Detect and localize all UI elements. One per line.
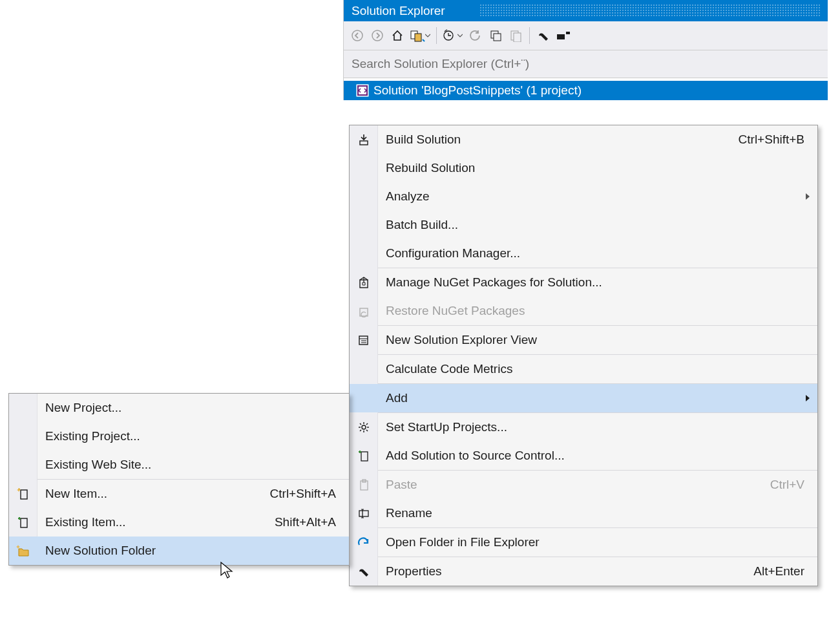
open-folder-icon — [350, 528, 378, 557]
svg-point-0 — [352, 30, 362, 41]
svg-rect-3 — [415, 34, 421, 41]
solution-tree: Solution 'BlogPostSnippets' (1 project) — [344, 78, 828, 100]
menu-item-label: Existing Item... — [45, 515, 275, 529]
solution-label: Solution 'BlogPostSnippets' (1 project) — [373, 83, 582, 98]
menu-item-configuration-manager[interactable]: Configuration Manager... — [350, 239, 817, 268]
menu-item-label: Rename — [386, 506, 804, 520]
sync-views-icon[interactable] — [408, 26, 432, 45]
menu-item-existing-project[interactable]: Existing Project... — [9, 422, 349, 451]
menu-item-rebuild-solution[interactable]: Rebuild Solution — [350, 154, 817, 182]
add-submenu: New Project...Existing Project...Existin… — [8, 393, 350, 566]
menu-item-shortcut: Ctrl+Shift+B — [739, 133, 804, 147]
svg-rect-13 — [360, 141, 368, 145]
menu-item-label: Build Solution — [386, 133, 739, 147]
toolbar-separator — [529, 27, 530, 44]
svg-line-26 — [366, 430, 368, 431]
menu-item-add-solution-to-source-control[interactable]: Add Solution to Source Control... — [350, 441, 817, 470]
new-folder-icon — [9, 537, 37, 565]
nuget-restore-icon — [350, 297, 378, 325]
menu-item-new-item[interactable]: New Item...Ctrl+Shift+A — [9, 480, 349, 508]
menu-item-shortcut: Shift+Alt+A — [275, 515, 336, 529]
menu-item-new-project[interactable]: New Project... — [9, 394, 349, 422]
menu-item-label: Configuration Manager... — [386, 246, 804, 260]
menu-item-open-folder-in-file-explorer[interactable]: Open Folder in File Explorer — [350, 528, 817, 557]
menu-item-shortcut: Alt+Enter — [753, 564, 804, 579]
menu-item-existing-item[interactable]: Existing Item...Shift+Alt+A — [9, 508, 349, 537]
wrench-icon — [350, 557, 378, 586]
chevron-right-icon — [806, 395, 810, 401]
rename-icon — [350, 499, 378, 527]
menu-item-label: Set StartUp Projects... — [386, 420, 804, 434]
menu-item-existing-web-site[interactable]: Existing Web Site... — [9, 451, 349, 479]
svg-rect-36 — [21, 490, 27, 499]
chevron-right-icon — [806, 193, 810, 200]
menu-item-label: Calculate Code Metrics — [386, 362, 804, 376]
menu-item-label: Paste — [386, 478, 770, 492]
menu-item-label: Rebuild Solution — [386, 161, 804, 175]
menu-item-label: Properties — [386, 564, 753, 579]
menu-item-manage-nuget-packages-for-solution[interactable]: Manage NuGet Packages for Solution... — [350, 268, 817, 297]
context-menu: Build SolutionCtrl+Shift+BRebuild Soluti… — [349, 125, 818, 586]
build-icon — [350, 125, 378, 154]
menu-item-label: Add — [386, 391, 804, 405]
svg-line-28 — [366, 423, 368, 425]
svg-rect-29 — [361, 452, 368, 461]
new-item-icon — [9, 480, 37, 508]
menu-item-label: Open Folder in File Explorer — [386, 535, 804, 549]
menu-item-properties[interactable]: PropertiesAlt+Enter — [350, 557, 817, 586]
cursor-icon — [220, 561, 234, 579]
menu-item-build-solution[interactable]: Build SolutionCtrl+Shift+B — [350, 125, 817, 154]
panel-grip — [479, 4, 821, 17]
gear-icon — [350, 413, 378, 441]
toolbar — [344, 21, 828, 50]
forward-icon[interactable] — [368, 26, 387, 45]
menu-item-add[interactable]: Add — [350, 384, 817, 412]
preview-icon[interactable] — [554, 26, 573, 45]
menu-item-label: Add Solution to Source Control... — [386, 449, 804, 463]
menu-item-new-solution-explorer-view[interactable]: New Solution Explorer View — [350, 326, 817, 354]
solution-icon — [355, 83, 370, 98]
menu-item-paste: PasteCtrl+V — [350, 471, 817, 499]
toolbar-separator — [436, 27, 437, 44]
menu-item-label: New Solution Folder — [45, 544, 336, 558]
add-source-control-icon — [350, 441, 378, 470]
menu-item-rename[interactable]: Rename — [350, 499, 817, 527]
paste-icon — [350, 471, 378, 499]
menu-item-calculate-code-metrics[interactable]: Calculate Code Metrics — [350, 355, 817, 383]
nuget-icon — [350, 268, 378, 297]
svg-rect-10 — [566, 32, 570, 34]
refresh-icon[interactable] — [466, 26, 485, 45]
menu-item-label: New Item... — [45, 487, 270, 501]
menu-item-restore-nuget-packages: Restore NuGet Packages — [350, 297, 817, 325]
menu-item-label: Manage NuGet Packages for Solution... — [386, 275, 804, 290]
show-all-files-icon[interactable] — [506, 26, 525, 45]
menu-item-shortcut: Ctrl+Shift+A — [270, 487, 336, 501]
existing-item-icon — [9, 508, 37, 537]
menu-item-label: Analyze — [386, 189, 804, 204]
menu-item-batch-build[interactable]: Batch Build... — [350, 211, 817, 239]
properties-icon[interactable] — [534, 26, 553, 45]
new-view-icon — [350, 326, 378, 354]
solution-explorer-panel: Solution Explorer — [343, 0, 828, 100]
search-placeholder: Search Solution Explorer (Ctrl+¨) — [352, 57, 529, 71]
search-box[interactable]: Search Solution Explorer (Ctrl+¨) — [344, 50, 828, 78]
pending-changes-icon[interactable] — [441, 26, 465, 45]
menu-item-label: Restore NuGet Packages — [386, 304, 804, 318]
panel-title: Solution Explorer — [352, 4, 445, 17]
svg-rect-6 — [494, 34, 501, 41]
svg-point-1 — [372, 30, 383, 41]
menu-item-label: Batch Build... — [386, 218, 804, 232]
menu-item-new-solution-folder[interactable]: New Solution Folder — [9, 537, 349, 565]
back-icon[interactable] — [348, 26, 367, 45]
svg-rect-9 — [557, 34, 565, 39]
svg-rect-32 — [359, 511, 368, 516]
home-icon[interactable] — [388, 26, 407, 45]
panel-title-bar[interactable]: Solution Explorer — [344, 0, 828, 21]
menu-item-analyze[interactable]: Analyze — [350, 182, 817, 211]
svg-line-25 — [360, 423, 361, 425]
solution-node[interactable]: Solution 'BlogPostSnippets' (1 project) — [344, 81, 828, 100]
menu-item-set-startup-projects[interactable]: Set StartUp Projects... — [350, 413, 817, 441]
menu-item-label: New Project... — [45, 401, 336, 415]
collapse-all-icon[interactable] — [486, 26, 505, 45]
menu-item-label: Existing Web Site... — [45, 458, 336, 472]
